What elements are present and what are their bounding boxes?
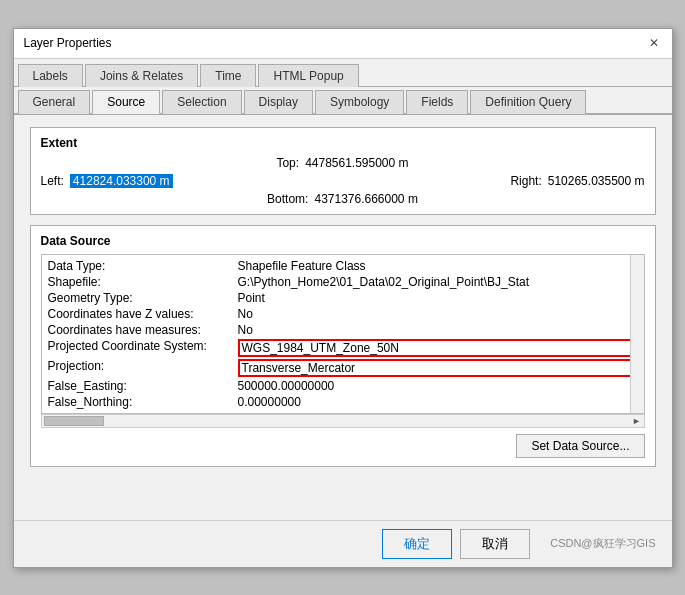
- datasource-btn-row: Set Data Source...: [41, 434, 645, 458]
- tab-joins-relates[interactable]: Joins & Relates: [85, 64, 198, 87]
- ds-val: 500000.00000000: [238, 379, 638, 393]
- datasource-row: Coordinates have measures:No: [48, 323, 638, 337]
- cancel-button[interactable]: 取消: [460, 529, 530, 559]
- tab-html-popup[interactable]: HTML Popup: [258, 64, 358, 87]
- hscroll-thumb[interactable]: [44, 416, 104, 426]
- top-label: Top:: [276, 156, 299, 170]
- ds-key: Projection:: [48, 359, 238, 377]
- ds-key: Data Type:: [48, 259, 238, 273]
- ds-key: Geometry Type:: [48, 291, 238, 305]
- datasource-row: Data Type:Shapefile Feature Class: [48, 259, 638, 273]
- datasource-row: Shapefile:G:\Python_Home2\01_Data\02_Ori…: [48, 275, 638, 289]
- ds-key: Shapefile:: [48, 275, 238, 289]
- tab-source[interactable]: Source: [92, 90, 160, 114]
- extent-title: Extent: [41, 136, 645, 150]
- datasource-row: Coordinates have Z values:No: [48, 307, 638, 321]
- dialog-footer: 确定 取消 CSDN@疯狂学习GIS: [14, 520, 672, 567]
- tab-fields[interactable]: Fields: [406, 90, 468, 114]
- bottom-tab-row: General Source Selection Display Symbolo…: [14, 87, 672, 115]
- close-button[interactable]: ✕: [646, 35, 662, 51]
- ds-key: Coordinates have Z values:: [48, 307, 238, 321]
- bottom-label: Bottom:: [267, 192, 308, 206]
- scrollbar[interactable]: [630, 255, 644, 413]
- content-area: Extent Top: 4478561.595000 m Left: 41282…: [14, 115, 672, 520]
- ds-key: False_Easting:: [48, 379, 238, 393]
- watermark: CSDN@疯狂学习GIS: [550, 536, 655, 551]
- horizontal-scrollbar[interactable]: ►: [41, 414, 645, 428]
- tab-symbology[interactable]: Symbology: [315, 90, 404, 114]
- ds-val: Point: [238, 291, 638, 305]
- right-value: 510265.035500 m: [548, 174, 645, 188]
- ok-button[interactable]: 确定: [382, 529, 452, 559]
- tab-selection[interactable]: Selection: [162, 90, 241, 114]
- tab-time[interactable]: Time: [200, 64, 256, 87]
- datasource-row: False_Northing:0.00000000: [48, 395, 638, 409]
- set-data-source-button[interactable]: Set Data Source...: [516, 434, 644, 458]
- datasource-row: Projected Coordinate System:WGS_1984_UTM…: [48, 339, 638, 357]
- title-bar: Layer Properties ✕: [14, 29, 672, 59]
- datasource-row: False_Easting:500000.00000000: [48, 379, 638, 393]
- layer-properties-dialog: Layer Properties ✕ Labels Joins & Relate…: [13, 28, 673, 568]
- datasource-section: Data Source Data Type:Shapefile Feature …: [30, 225, 656, 467]
- datasource-row: Geometry Type:Point: [48, 291, 638, 305]
- bottom-value: 4371376.666000 m: [314, 192, 417, 206]
- top-value: 4478561.595000 m: [305, 156, 408, 170]
- ds-val: Shapefile Feature Class: [238, 259, 638, 273]
- tab-display[interactable]: Display: [244, 90, 313, 114]
- tab-labels[interactable]: Labels: [18, 64, 83, 87]
- dialog-title: Layer Properties: [24, 36, 112, 50]
- top-tab-row: Labels Joins & Relates Time HTML Popup: [14, 59, 672, 87]
- datasource-row: Projection:Transverse_Mercator: [48, 359, 638, 377]
- ds-key: Projected Coordinate System:: [48, 339, 238, 357]
- extent-section: Extent Top: 4478561.595000 m Left: 41282…: [30, 127, 656, 215]
- ds-val: 0.00000000: [238, 395, 638, 409]
- hscroll-right-arrow[interactable]: ►: [630, 416, 644, 426]
- ds-val: Transverse_Mercator: [238, 359, 638, 377]
- tab-definition-query[interactable]: Definition Query: [470, 90, 586, 114]
- ds-val: G:\Python_Home2\01_Data\02_Original_Poin…: [238, 275, 638, 289]
- ds-key: False_Northing:: [48, 395, 238, 409]
- left-value: 412824.033300 m: [70, 174, 173, 188]
- ds-val: No: [238, 323, 638, 337]
- datasource-scroll[interactable]: Data Type:Shapefile Feature ClassShapefi…: [41, 254, 645, 414]
- ds-val: WGS_1984_UTM_Zone_50N: [238, 339, 638, 357]
- ds-val: No: [238, 307, 638, 321]
- left-label: Left:: [41, 174, 64, 188]
- tab-general[interactable]: General: [18, 90, 91, 114]
- datasource-title: Data Source: [41, 234, 645, 248]
- ds-key: Coordinates have measures:: [48, 323, 238, 337]
- right-label: Right:: [510, 174, 541, 188]
